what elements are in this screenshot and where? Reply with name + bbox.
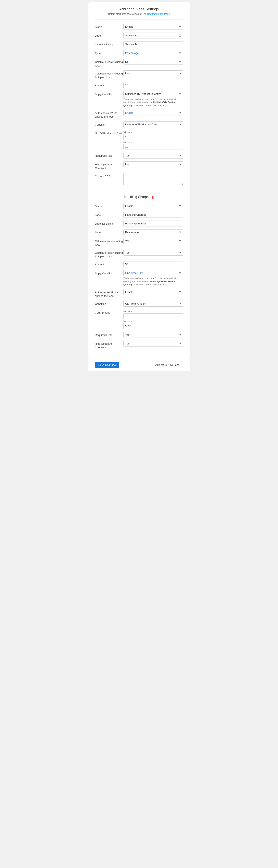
page-subtitle: Before start, let's take a look at The D… [95, 12, 183, 16]
no-of-product-control: Minimum Maximum [124, 130, 183, 150]
hc-label-input[interactable] [124, 212, 183, 218]
hc-type-control: Percentage Fixed [124, 229, 183, 235]
hc-type-label: Type [95, 229, 124, 235]
label-billing-row: Label for Billing [95, 41, 183, 47]
condition-select[interactable]: Number of Product on Cart Cart Total Amo… [124, 121, 183, 127]
label-row: Label [95, 33, 183, 38]
hc-calc-shipping-row: Calculate fees including Shipping Costs … [95, 250, 183, 258]
hc-condition-control: Cart Total Amount Number of Product on C… [124, 301, 183, 307]
cart-min-label: Minimum [124, 310, 183, 313]
hc-hide-option-label: Hide Option At Checkout [95, 341, 124, 349]
hc-label-billing-row: Label for Billing [95, 221, 183, 226]
service-tax-section: Status Enable Disable Label Label for Bi… [95, 24, 183, 186]
page-wrapper: Additional Fees Settings Before start, l… [88, 0, 190, 377]
hc-condition-select[interactable]: Cart Total Amount Number of Product on C… [124, 301, 183, 307]
min-label: Minimum [124, 131, 183, 133]
hc-status-select[interactable]: Enable Disable [124, 203, 183, 209]
section-separator [95, 191, 183, 191]
hc-label-billing-input[interactable] [124, 221, 183, 226]
hc-calc-shipping-select[interactable]: Yes No [124, 250, 183, 255]
hide-option-control: No Yes [124, 161, 183, 167]
type-select[interactable]: Percentage Fixed [124, 50, 183, 56]
calc-shipping-control: No Yes [124, 70, 183, 76]
hc-calc-tax-row: Calculate fees including TAX Yes No [95, 238, 183, 247]
label-billing-input[interactable] [124, 41, 183, 47]
product-max-input[interactable] [124, 144, 183, 150]
hide-option-row: Hide Option At Checkout No Yes [95, 161, 183, 170]
calc-tax-control: No Yes [124, 59, 183, 65]
hc-apply-condition-select[interactable]: One Time Only Multiplied By Product Quan… [124, 270, 183, 276]
add-more-button[interactable]: Add More New Fees [151, 362, 183, 368]
required-field-select[interactable]: Yes No [124, 153, 183, 158]
doc-link[interactable]: The Documentation Page [142, 12, 170, 16]
hc-type-select[interactable]: Percentage Fixed [124, 229, 183, 235]
hc-calc-tax-select[interactable]: Yes No [124, 238, 183, 244]
calc-tax-select[interactable]: No Yes [124, 59, 183, 65]
handling-charges-title: Handling Charges ▮ [95, 195, 183, 199]
amount-row: Amount [95, 82, 183, 88]
hc-auto-checked-select[interactable]: Enable Disable [124, 289, 183, 295]
footer-bar: Save Changes Add More New Fees [88, 359, 190, 371]
hc-hide-option-select[interactable]: Yes No [124, 341, 183, 346]
hc-amount-row: Amount [95, 261, 183, 267]
hc-type-row: Type Percentage Fixed [95, 229, 183, 235]
hc-required-field-select[interactable]: Yes No [124, 332, 183, 338]
header-divider [95, 20, 183, 20]
hc-auto-checked-control: Enable Disable [124, 289, 183, 295]
hc-label-billing-control [124, 221, 183, 226]
cart-min-input[interactable] [124, 313, 183, 319]
hide-option-select[interactable]: No Yes [124, 161, 183, 167]
hc-label-row: Label [95, 212, 183, 218]
type-row: Type Percentage Fixed [95, 50, 183, 56]
amount-input[interactable] [124, 82, 183, 88]
apply-condition-control: Multiplied By Product Quantity One Time … [124, 91, 183, 107]
label-control [124, 33, 183, 38]
no-of-product-label: No. Of Product on Cart [95, 130, 124, 135]
hc-required-field-label: Required Field [95, 332, 124, 337]
cart-max-input[interactable] [124, 323, 183, 329]
hc-apply-condition-help: If you want to charge additional fees fo… [124, 277, 183, 286]
status-select[interactable]: Enable Disable [124, 24, 183, 30]
apply-condition-select[interactable]: Multiplied By Product Quantity One Time … [124, 91, 183, 97]
handling-charges-section: Handling Charges ▮ Status Enable Disable… [95, 191, 183, 349]
hc-auto-checked-label: Auto-checked/Auto-applied the fees [95, 289, 124, 298]
apply-condition-row: Apply Condition Multiplied By Product Qu… [95, 91, 183, 107]
cart-max-label: Maximum [124, 320, 183, 322]
hide-option-label: Hide Option At Checkout [95, 161, 124, 170]
apply-condition-help: If you want to charge additional fees fo… [124, 98, 183, 107]
amount-control [124, 82, 183, 88]
hc-amount-control [124, 261, 183, 267]
label-input[interactable] [124, 33, 183, 38]
cart-amount-label: Cart Amount [95, 309, 124, 315]
calc-shipping-row: Calculate fees including Shipping Costs … [95, 70, 183, 79]
label-billing-label: Label for Billing [95, 41, 124, 46]
delete-handling-icon[interactable]: ▮ [152, 195, 154, 199]
condition-label: Condition [95, 121, 124, 127]
hc-amount-label: Amount [95, 261, 124, 266]
type-control: Percentage Fixed [124, 50, 183, 56]
hc-label-billing-label: Label for Billing [95, 221, 124, 226]
product-min-input[interactable] [124, 134, 183, 140]
status-row: Status Enable Disable [95, 24, 183, 30]
hc-amount-input[interactable] [124, 261, 183, 267]
required-field-label: Required Field [95, 153, 124, 158]
hc-calc-shipping-label: Calculate fees including Shipping Costs [95, 250, 124, 258]
amount-label: Amount [95, 82, 124, 87]
type-label: Type [95, 50, 124, 55]
hc-required-field-control: Yes No [124, 332, 183, 338]
custom-css-textarea[interactable] [124, 173, 183, 185]
save-button[interactable]: Save Changes [95, 362, 119, 368]
hc-apply-condition-control: One Time Only Multiplied By Product Quan… [124, 270, 183, 286]
custom-css-control [124, 173, 183, 186]
required-field-control: Yes No [124, 153, 183, 158]
hc-status-row: Status Enable Disable [95, 203, 183, 209]
auto-checked-select[interactable]: Enable Disable [124, 110, 183, 116]
settings-card: Additional Fees Settings Before start, l… [88, 2, 190, 359]
calc-shipping-select[interactable]: No Yes [124, 70, 183, 76]
hc-label-control [124, 212, 183, 218]
custom-css-row: Custom CSS [95, 173, 183, 186]
page-title: Additional Fees Settings [95, 7, 183, 11]
calc-tax-label: Calculate fees including TAX [95, 59, 124, 67]
hc-calc-shipping-control: Yes No [124, 250, 183, 255]
hc-condition-label: Condition [95, 301, 124, 306]
